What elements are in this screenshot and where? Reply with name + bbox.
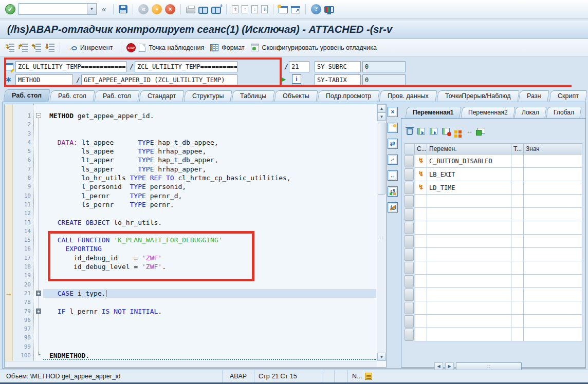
- line-number[interactable]: 16: [13, 244, 34, 253]
- variable-type-cell[interactable]: [511, 275, 524, 288]
- header-type[interactable]: Т...: [511, 143, 524, 155]
- increment-button[interactable]: Инкремент: [80, 44, 113, 51]
- variable-type-cell[interactable]: [511, 221, 524, 235]
- code-text[interactable]: l_pernr TYPE pernr_d,: [43, 191, 376, 200]
- breakpoint-margin[interactable]: [5, 104, 13, 361]
- variable-value-cell[interactable]: [524, 288, 582, 301]
- variable-type-cell[interactable]: [511, 155, 524, 168]
- scrollbar-thumb[interactable]: [378, 123, 385, 195]
- services-tool-icon[interactable]: [388, 202, 398, 213]
- variable-row-empty[interactable]: [405, 235, 582, 248]
- variable-type-cell[interactable]: [511, 168, 524, 181]
- line-number[interactable]: 7: [13, 165, 34, 174]
- command-dropdown-icon[interactable]: ▼: [87, 4, 96, 14]
- code-line-13[interactable]: 13 CREATE OBJECT lo_hr_utils.: [13, 218, 376, 227]
- swap-tool-icon[interactable]: ⇄: [388, 139, 398, 149]
- close-tool-icon[interactable]: ×: [388, 107, 398, 117]
- code-text[interactable]: [43, 316, 376, 324]
- variable-value-cell[interactable]: [524, 248, 582, 261]
- line-number[interactable]: 98: [13, 333, 34, 342]
- variable-row-empty[interactable]: [405, 248, 582, 261]
- line-number[interactable]: 20: [13, 280, 34, 289]
- code-text[interactable]: lt_apper TYPE hap_t_db_apper,: [43, 156, 376, 164]
- code-text[interactable]: [43, 298, 376, 306]
- variable-name-cell[interactable]: LB_EXIT: [427, 168, 511, 181]
- line-number[interactable]: 9: [13, 182, 34, 191]
- status-doc-icon[interactable]: [365, 373, 372, 380]
- code-line-2[interactable]: 2: [13, 120, 376, 129]
- variable-name-cell[interactable]: [427, 248, 511, 261]
- row-selector[interactable]: [405, 235, 414, 247]
- create-shortcut-icon[interactable]: ↗: [291, 6, 300, 13]
- editor-vertical-scrollbar[interactable]: ▲ ▼ ∷ ▼: [377, 104, 386, 361]
- variable-row-empty[interactable]: [405, 315, 582, 328]
- line-number[interactable]: 3: [13, 129, 34, 138]
- code-line-20[interactable]: 20: [13, 280, 376, 289]
- help-icon[interactable]: ?: [311, 4, 321, 14]
- variables-tab-3[interactable]: Локал: [514, 107, 547, 118]
- delete-variables-icon[interactable]: [407, 128, 413, 135]
- code-text[interactable]: lo_hr_utils TYPE REF TO cl_hrtmc_cp_basi…: [43, 174, 376, 182]
- code-line-79[interactable]: 79+ IF l_pernr IS NOT INITIAL.: [13, 307, 376, 316]
- print-icon[interactable]: [186, 7, 195, 13]
- format-icon[interactable]: [210, 44, 218, 51]
- code-line-1[interactable]: 1−METHOD get_appee_apper_id.: [13, 111, 376, 120]
- link-sessions-tool-icon[interactable]: ↺: [388, 186, 398, 197]
- variable-name-cell[interactable]: LD_TIME: [427, 181, 511, 195]
- main-tab-7[interactable]: Объекты: [274, 90, 318, 102]
- variable-name-cell[interactable]: [427, 275, 511, 288]
- collapse-toolbar-button[interactable]: «: [100, 5, 108, 13]
- code-text[interactable]: ls_apper TYPE hrhap_apper,: [43, 165, 376, 174]
- variable-row[interactable]: ↯C_BUTTON_DISABLED: [405, 155, 582, 168]
- row-selector[interactable]: [405, 208, 414, 221]
- line-number[interactable]: 15: [13, 236, 34, 244]
- row-selector[interactable]: [405, 315, 414, 328]
- code-line-97[interactable]: 97: [13, 324, 376, 333]
- variable-name-cell[interactable]: [427, 301, 511, 315]
- new-session-icon[interactable]: [279, 6, 288, 13]
- variable-value-cell[interactable]: [524, 155, 582, 168]
- fold-column[interactable]: +: [34, 289, 43, 298]
- next-page-icon[interactable]: ↓: [251, 5, 258, 13]
- scroll-down-icon[interactable]: ▼: [377, 353, 386, 361]
- variable-type-cell[interactable]: [511, 181, 524, 195]
- line-number[interactable]: 6: [13, 156, 34, 164]
- variable-row-empty[interactable]: [405, 208, 582, 221]
- code-text[interactable]: [43, 333, 376, 342]
- code-line-98[interactable]: 98: [13, 333, 376, 342]
- variables-tab-4[interactable]: Глобал: [546, 107, 581, 118]
- main-tab-4[interactable]: Стандарт: [139, 90, 184, 102]
- variable-value-cell[interactable]: [524, 328, 582, 341]
- code-text[interactable]: [43, 324, 376, 333]
- variable-row-empty[interactable]: [405, 288, 582, 301]
- variable-row[interactable]: ↯LD_TIME: [405, 181, 582, 195]
- main-tab-5[interactable]: Структуры: [183, 90, 232, 102]
- code-line-4[interactable]: 4 DATA: lt_appee TYPE hap_t_db_appee,: [13, 138, 376, 147]
- code-line-11[interactable]: 11 ls_pernr TYPE pernr.: [13, 200, 376, 209]
- variables-tab-1[interactable]: Переменная1: [405, 107, 461, 118]
- row-selector[interactable]: [405, 329, 414, 341]
- variable-row-empty[interactable]: [405, 275, 582, 288]
- variable-name-cell[interactable]: [427, 315, 511, 328]
- status-notification[interactable]: N...: [348, 370, 384, 382]
- code-line-3[interactable]: 3: [13, 129, 376, 138]
- line-number[interactable]: 8: [13, 174, 34, 182]
- code-text[interactable]: IF l_pernr IS NOT INITIAL.: [43, 307, 376, 316]
- row-selector[interactable]: [405, 182, 414, 194]
- fold-column[interactable]: −: [34, 111, 43, 120]
- stop-icon[interactable]: STOP: [126, 43, 136, 52]
- command-input[interactable]: [19, 4, 87, 14]
- export-table-icon[interactable]: [417, 128, 425, 135]
- main-tab-8[interactable]: Подр.просмотр: [317, 90, 379, 102]
- line-number[interactable]: 100: [13, 351, 34, 360]
- scroll-up-icon[interactable]: ▲: [377, 104, 386, 112]
- variable-type-cell[interactable]: [511, 235, 524, 248]
- code-text[interactable]: l_personid TYPE personid,: [43, 182, 376, 191]
- configure-debug-level-button[interactable]: Сконфигурировать уровень отладчика: [262, 44, 377, 51]
- export-table-alt-icon[interactable]: [430, 128, 437, 135]
- variable-name-cell[interactable]: C_BUTTON_DISABLED: [427, 155, 511, 168]
- fold-column[interactable]: └: [34, 351, 43, 360]
- line-number[interactable]: 13: [13, 218, 34, 227]
- goto-statement-icon[interactable]: ▶: [282, 76, 286, 83]
- variable-value-cell[interactable]: [524, 275, 582, 288]
